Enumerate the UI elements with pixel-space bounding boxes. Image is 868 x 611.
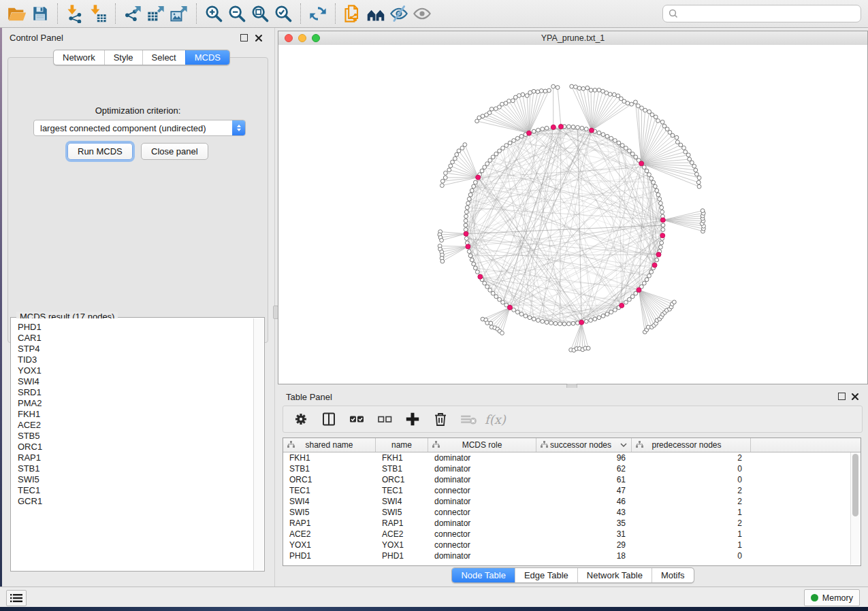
- tab-style[interactable]: Style: [104, 50, 142, 65]
- delete-column-button[interactable]: [432, 410, 449, 428]
- criterion-select[interactable]: largest connected component (undirected): [33, 120, 246, 136]
- tab-motifs[interactable]: Motifs: [652, 568, 694, 582]
- mcds-result-item[interactable]: CAR1: [12, 333, 254, 344]
- open-session-button[interactable]: [5, 3, 29, 24]
- close-panel-button[interactable]: Close panel: [141, 143, 208, 160]
- mcds-result-item[interactable]: ORC1: [12, 442, 254, 452]
- tab-network[interactable]: Network: [54, 50, 104, 65]
- refresh-layout-button[interactable]: [306, 3, 329, 24]
- mcds-result-item[interactable]: SWI4: [12, 376, 254, 387]
- table-toolbar: f(x): [283, 406, 863, 433]
- table-row[interactable]: SWI5SWI5connector431: [283, 507, 861, 518]
- close-panel-icon[interactable]: [255, 34, 263, 42]
- export-image-button[interactable]: [167, 3, 191, 24]
- import-table-button[interactable]: [86, 3, 110, 24]
- tab-node-table[interactable]: Node Table: [452, 568, 515, 582]
- mcds-result-item[interactable]: SRD1: [12, 387, 254, 398]
- run-mcds-button[interactable]: Run MCDS: [67, 143, 133, 160]
- table-cell: ACE2: [283, 529, 376, 539]
- table-header-row: shared namenameMCDS rolesuccessor nodesp…: [283, 438, 861, 452]
- export-network-button[interactable]: [121, 3, 144, 24]
- table-cell: YOX1: [283, 540, 376, 550]
- tab-select[interactable]: Select: [142, 50, 185, 65]
- mcds-result-item[interactable]: GCR1: [12, 496, 254, 507]
- deselect-all-button[interactable]: [376, 410, 393, 428]
- clone-network-button[interactable]: [341, 3, 364, 24]
- mcds-result-item[interactable]: RAP1: [12, 452, 254, 463]
- first-neighbors-button[interactable]: [364, 3, 387, 24]
- table-cell: connector: [428, 508, 536, 517]
- export-table-icon: [146, 4, 165, 23]
- mcds-result-item[interactable]: STP4: [12, 344, 254, 354]
- column-header-successor-nodes[interactable]: successor nodes: [536, 438, 632, 452]
- table-row[interactable]: FKH1FKH1dominator962: [283, 452, 861, 463]
- toolbar-separator: [57, 3, 58, 24]
- table-row[interactable]: SWI4SWI4dominator462: [283, 496, 861, 507]
- zoom-fit-button[interactable]: [248, 3, 272, 24]
- mcds-result-item[interactable]: TEC1: [12, 485, 254, 496]
- scrollbar-thumb[interactable]: [852, 454, 858, 516]
- mcds-result-item[interactable]: TID3: [12, 354, 254, 365]
- mcds-result-item[interactable]: ACE2: [12, 420, 254, 431]
- mcds-result-item[interactable]: STB1: [12, 463, 254, 474]
- column-header-shared-name[interactable]: shared name: [283, 438, 376, 452]
- mcds-result-box: MCDS result (17 nodes) PHD1CAR1STP4TID3Y…: [10, 317, 265, 572]
- float-panel-icon[interactable]: [838, 393, 846, 400]
- mcds-result-item[interactable]: PHD1: [12, 322, 254, 333]
- zoom-selected-button[interactable]: [272, 3, 295, 24]
- memory-button[interactable]: Memory: [804, 589, 860, 606]
- export-table-button[interactable]: [144, 3, 167, 24]
- network-window-titlebar[interactable]: YPA_prune.txt_1: [278, 31, 867, 46]
- tab-network-table[interactable]: Network Table: [577, 568, 652, 582]
- mcds-result-item[interactable]: FKH1: [12, 409, 254, 420]
- column-header-label: predecessor nodes: [652, 440, 721, 450]
- import-network-button[interactable]: [63, 3, 86, 24]
- float-panel-icon[interactable]: [240, 34, 248, 42]
- tab-mcds[interactable]: MCDS: [185, 50, 229, 65]
- table-row[interactable]: ORC1ORC1dominator610: [283, 474, 861, 485]
- mcds-result-item[interactable]: SWI5: [12, 474, 254, 485]
- mcds-result-item[interactable]: PMA2: [12, 398, 254, 409]
- table-row[interactable]: PHD1PHD1dominator180: [283, 550, 861, 561]
- show-all-button[interactable]: [411, 3, 434, 24]
- zoom-out-button[interactable]: [225, 3, 248, 24]
- table-settings-button[interactable]: [292, 410, 310, 428]
- table-row[interactable]: TEC1TEC1connector472: [283, 485, 861, 496]
- show-columns-button[interactable]: [320, 410, 338, 428]
- add-column-button[interactable]: [404, 410, 421, 428]
- delete-table-button-disabled: [460, 410, 477, 428]
- select-all-button[interactable]: [348, 410, 366, 428]
- table-scrollbar[interactable]: [850, 452, 860, 565]
- tab-edge-table[interactable]: Edge Table: [515, 568, 577, 582]
- network-window-title: YPA_prune.txt_1: [278, 33, 867, 43]
- zoom-in-button[interactable]: [202, 3, 225, 24]
- save-session-button[interactable]: [29, 3, 52, 24]
- table-row[interactable]: ACE2ACE2connector311: [283, 529, 861, 540]
- mcds-result-item[interactable]: STB5: [12, 431, 254, 442]
- mcds-result-list[interactable]: PHD1CAR1STP4TID3YOX1SWI4SRD1PMA2FKH1ACE2…: [12, 318, 254, 570]
- table-body: FKH1FKH1dominator962STB1STB1dominator620…: [283, 452, 861, 561]
- eye-icon: [413, 4, 432, 23]
- search-input[interactable]: [679, 8, 861, 20]
- close-panel-icon[interactable]: [851, 393, 859, 401]
- column-header-predecessor-nodes[interactable]: predecessor nodes: [632, 438, 751, 452]
- column-header-MCDS-role[interactable]: MCDS role: [428, 438, 536, 452]
- mcds-list-scrollbar[interactable]: [253, 318, 263, 570]
- vertical-splitter[interactable]: [272, 28, 278, 587]
- table-cell: 31: [536, 529, 632, 539]
- table-row[interactable]: YOX1YOX1connector291: [283, 540, 861, 550]
- network-canvas[interactable]: [278, 45, 867, 384]
- open-folder-icon: [7, 4, 27, 23]
- search-box[interactable]: [662, 5, 861, 22]
- network-graph[interactable]: [278, 45, 867, 384]
- plus-icon: [404, 410, 421, 428]
- table-row[interactable]: RAP1RAP1dominator352: [283, 518, 861, 529]
- mcds-result-item[interactable]: YOX1: [12, 365, 254, 376]
- task-history-button[interactable]: [6, 590, 27, 606]
- hide-selected-button[interactable]: [387, 3, 411, 24]
- column-header-name[interactable]: name: [376, 438, 428, 452]
- table-cell: PHD1: [376, 551, 428, 561]
- sort-chevron-icon[interactable]: [620, 443, 627, 448]
- table-cell: 62: [536, 464, 632, 474]
- table-row[interactable]: STB1STB1dominator620: [283, 463, 861, 474]
